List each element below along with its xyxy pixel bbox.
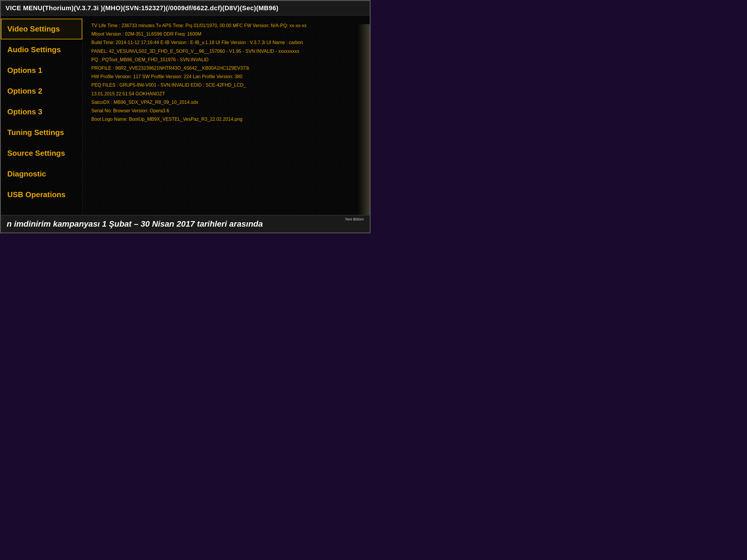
info-line-8: PEQ FILES : GRUP5-8W-V001 - SVN:INVALID … bbox=[91, 81, 361, 89]
info-line-6: PROFILE : 96R2_VVE23239621NHTR43O_4S642_… bbox=[91, 64, 361, 72]
info-line-3: Build Time: 2014-11-12 17:16:44 E-IB Ver… bbox=[91, 38, 361, 46]
info-line-9: 13.01.2015 22:51:54 GOKHANOZT bbox=[91, 90, 361, 98]
info-line-7: HW Profile Version: 117 SW Profile Versi… bbox=[91, 73, 361, 80]
ticker-label: Yeni Bölüm bbox=[345, 217, 364, 221]
sidebar-item-tuning-settings[interactable]: Tuning Settings bbox=[1, 122, 82, 143]
ticker-bar: Yeni Bölüm n imdinirim kampanyası 1 Şuba… bbox=[1, 215, 370, 233]
sidebar-item-audio-settings[interactable]: Audio Settings bbox=[1, 39, 82, 60]
info-line-2: Mboot Version : 02M-351_1L6S96 DDR Freq:… bbox=[91, 30, 361, 38]
page-title: VICE MENU(Thorium)(V.3.7.3i )(MHO)(SVN:1… bbox=[5, 4, 365, 12]
sidebar-item-options2[interactable]: Options 2 bbox=[1, 81, 82, 102]
sidebar-item-diagnostic[interactable]: Diagnostic bbox=[1, 164, 82, 184]
title-bar: VICE MENU(Thorium)(V.3.7.3i )(MHO)(SVN:1… bbox=[1, 1, 370, 16]
info-line-11: Serial No: Browser Version: Opera3.6 bbox=[91, 107, 361, 115]
tv-screen: VICE MENU(Thorium)(V.3.7.3i )(MHO)(SVN:1… bbox=[0, 0, 370, 233]
info-line-12: Boot Logo Name: BootUp_MB9X_VESTEL_VesPa… bbox=[91, 115, 361, 123]
info-line-5: PQ : PQTool_MB96_OEM_FHD_151976 - SVN:IN… bbox=[91, 56, 361, 63]
info-line-4: PANEL: 42_VESUNVLS02_3D_FHD_E_SOF0_V__96… bbox=[91, 47, 361, 55]
info-panel: TV Life Time : 236733 minutes Tv APS Tim… bbox=[83, 16, 370, 215]
sidebar-item-usb-operations[interactable]: USB Operations bbox=[1, 184, 82, 205]
sidebar: Video Settings Audio Settings Options 1 … bbox=[1, 16, 83, 215]
content-area: Video Settings Audio Settings Options 1 … bbox=[1, 16, 370, 215]
sidebar-item-video-settings[interactable]: Video Settings bbox=[1, 19, 82, 39]
info-line-10: SatcoDX : MB96_SDX_VPAZ_R8_09_10_2014.sd… bbox=[91, 98, 361, 106]
ticker-text: n imdinirim kampanyası 1 Şubat – 30 Nisa… bbox=[1, 219, 263, 229]
sidebar-item-options1[interactable]: Options 1 bbox=[1, 60, 82, 81]
info-line-1: TV Life Time : 236733 minutes Tv APS Tim… bbox=[91, 22, 361, 29]
main-content: VICE MENU(Thorium)(V.3.7.3i )(MHO)(SVN:1… bbox=[1, 1, 370, 215]
sidebar-item-source-settings[interactable]: Source Settings bbox=[1, 143, 82, 164]
sidebar-item-options3[interactable]: Options 3 bbox=[1, 102, 82, 122]
right-decoration bbox=[358, 24, 370, 215]
